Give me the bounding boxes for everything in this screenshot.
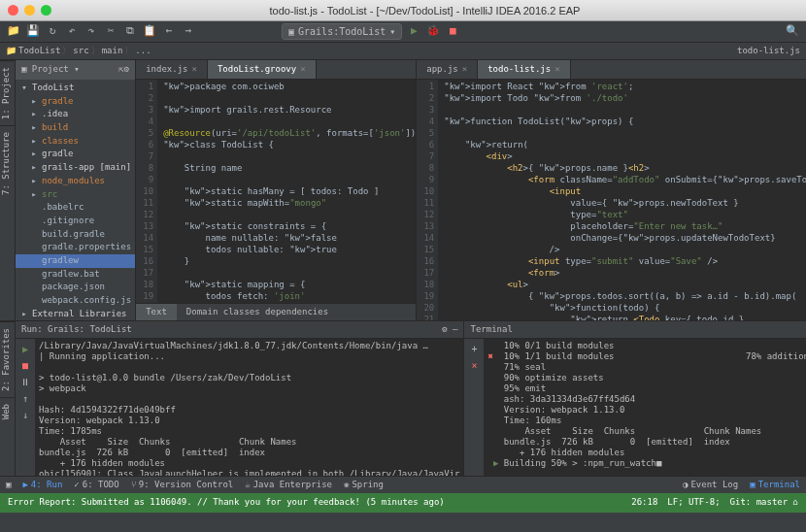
editor-right-tabs: app.js ×todo-list.js ×: [417, 60, 806, 80]
project-sidebar: ▣ Project ▾ ⇱ ⚙ ▾TodoList▸gradle▸.idea▸b…: [16, 60, 136, 320]
eventlog-toolwin[interactable]: ◑ Event Log: [683, 480, 738, 491]
web-tab[interactable]: Web: [0, 397, 15, 425]
open-icon[interactable]: 📁: [6, 24, 21, 40]
toolwin-toggle-icon[interactable]: ▣: [6, 480, 11, 491]
spring-toolwin[interactable]: ❀ Spring: [344, 480, 384, 491]
back-icon[interactable]: ←: [161, 24, 177, 40]
minimize-window-button[interactable]: [24, 5, 35, 16]
tree-item[interactable]: ▸gradle: [16, 95, 135, 109]
tree-item[interactable]: ▾TodoList: [16, 82, 135, 95]
tree-item[interactable]: webpack.config.js: [16, 294, 135, 308]
project-dropdown[interactable]: ▣ Project ▾: [21, 64, 80, 76]
jee-toolwin[interactable]: ☕ Java Enterprise: [245, 480, 332, 491]
run-toolwin[interactable]: ▶ 4: Run: [22, 480, 62, 491]
code-left[interactable]: "kw">package com.ociweb "kw">import grai…: [157, 80, 416, 303]
tree-item[interactable]: ▸grails-app [main]: [16, 161, 135, 175]
status-bar: Error Report: Submitted as 1106049. // T…: [0, 493, 806, 513]
tree-item[interactable]: ▸src: [16, 188, 135, 202]
gutter-right[interactable]: 1234567891011121314151617181920212223242…: [417, 80, 438, 320]
tree-item[interactable]: .babelrc: [16, 201, 135, 215]
tree-item[interactable]: gradlew: [16, 254, 135, 268]
project-tree[interactable]: ▾TodoList▸gradle▸.idea▸build▸classes▸gra…: [16, 80, 135, 322]
terminal-output[interactable]: 10% 0/1 build modules ✖ 10% 1/1 build mo…: [484, 339, 806, 476]
maximize-window-button[interactable]: [41, 5, 51, 16]
terminal-toolwin[interactable]: ▣ Terminal: [750, 480, 800, 491]
undo-icon[interactable]: ↶: [64, 24, 80, 40]
gear-icon[interactable]: ⚙: [124, 64, 129, 76]
run-panel: Run: Grails: TodoList⚙ — ▶ ■ ⏸ ↑ ↓ /Libr…: [16, 321, 464, 476]
tree-item[interactable]: ▸node_modules: [16, 175, 135, 188]
bc-folder-icon: 📁: [6, 46, 17, 57]
tree-item[interactable]: gradlew.bat: [16, 268, 135, 282]
tree-item[interactable]: gradle.properties: [16, 241, 135, 254]
close-tab-icon[interactable]: ×: [462, 64, 467, 76]
debug-icon[interactable]: 🐞: [425, 24, 441, 40]
tree-item[interactable]: ▸gradle: [16, 148, 135, 161]
run-icon[interactable]: ▶: [406, 24, 421, 40]
left-tool-strip: 1: Project 7: Structure: [0, 60, 16, 320]
editor-tab[interactable]: app.js ×: [417, 60, 478, 79]
terminal-header: Terminal: [470, 324, 512, 336]
tree-item[interactable]: ▸External Libraries: [16, 308, 135, 321]
pause-icon[interactable]: ⏸: [18, 375, 32, 388]
add-terminal-icon[interactable]: +: [467, 342, 481, 355]
tree-item[interactable]: .gitignore: [16, 215, 135, 228]
project-tool-tab[interactable]: 1: Project: [0, 60, 15, 125]
gutter-left[interactable]: 123456789101112131415161718192021: [136, 80, 157, 303]
main-toolbar: 📁 💾 ↻ ↶ ↷ ✂ ⧉ 📋 ← → ▣ Grails:TodoList ▾ …: [0, 21, 806, 43]
cut-icon[interactable]: ✂: [103, 24, 118, 40]
window-title: todo-list.js - TodoList - [~/Dev/TodoLis…: [51, 5, 798, 17]
vcs-toolwin[interactable]: ⑂ 9: Version Control: [131, 480, 234, 491]
rerun-icon[interactable]: ▶: [18, 342, 32, 355]
tree-item[interactable]: ▸.idea: [16, 108, 135, 121]
editor-right-pane: app.js ×todo-list.js × 12345678910111213…: [417, 60, 806, 320]
status-message: Error Report: Submitted as 1106049. // T…: [8, 497, 445, 509]
close-terminal-icon[interactable]: ×: [467, 358, 481, 372]
bottom-left-strip: 2: Favorites Web: [0, 321, 16, 476]
window-titlebar: todo-list.js - TodoList - [~/Dev/TodoLis…: [0, 0, 806, 21]
editor-left-tabs: index.js ×TodoList.groovy ×: [136, 60, 416, 80]
sidebar-header: ▣ Project ▾ ⇱ ⚙: [16, 60, 135, 80]
close-window-button[interactable]: [8, 5, 18, 16]
caret-position[interactable]: 26:18: [631, 497, 657, 509]
close-tab-icon[interactable]: ×: [554, 64, 559, 76]
forward-icon[interactable]: →: [181, 24, 196, 40]
paste-icon[interactable]: 📋: [142, 24, 157, 40]
terminal-panel: Terminal⚙ — + × 10% 0/1 build modules ✖ …: [464, 321, 806, 476]
refresh-icon[interactable]: ↻: [45, 24, 60, 40]
text-tab[interactable]: Text: [136, 304, 177, 320]
tree-item[interactable]: ▸build: [16, 121, 135, 135]
tree-item[interactable]: package.json: [16, 281, 135, 294]
domain-deps-tab[interactable]: Domain classes dependencies: [177, 304, 338, 320]
run-header: Run: Grails: TodoList: [21, 324, 132, 336]
up-icon[interactable]: ↑: [18, 391, 32, 405]
save-icon[interactable]: 💾: [25, 24, 41, 40]
tool-window-bar: ▣ ▶ 4: Run ✓ 6: TODO ⑂ 9: Version Contro…: [0, 476, 806, 493]
code-right[interactable]: "kw">import React "kw">from 'react';"kw"…: [438, 80, 806, 320]
run-output[interactable]: /Library/Java/JavaVirtualMachines/jdk1.8…: [35, 339, 463, 476]
encoding[interactable]: LF; UTF-8;: [667, 497, 720, 509]
copy-icon[interactable]: ⧉: [122, 24, 138, 40]
todo-toolwin[interactable]: ✓ 6: TODO: [74, 480, 118, 491]
breadcrumb[interactable]: 📁TodoList〉 src〉 main〉 ... todo-list.js: [0, 43, 806, 60]
structure-tool-tab[interactable]: 7: Structure: [0, 125, 15, 201]
stop-icon[interactable]: ■: [445, 24, 460, 40]
favorites-tab[interactable]: 2: Favorites: [0, 321, 15, 397]
down-icon[interactable]: ↓: [18, 408, 32, 421]
tree-item[interactable]: build.gradle: [16, 228, 135, 242]
close-tab-icon[interactable]: ×: [191, 64, 196, 76]
hide-icon[interactable]: ⚙ —: [442, 324, 457, 336]
tree-item[interactable]: ▸classes: [16, 135, 135, 149]
editor-tab[interactable]: TodoList.groovy ×: [208, 60, 317, 79]
stop-process-icon[interactable]: ■: [18, 358, 32, 372]
redo-icon[interactable]: ↷: [84, 24, 99, 40]
run-config-selector[interactable]: ▣ Grails:TodoList ▾: [282, 23, 402, 40]
editor-tab[interactable]: todo-list.js ×: [478, 60, 570, 79]
git-branch[interactable]: Git: master ⌂: [730, 497, 798, 509]
search-icon[interactable]: 🔍: [785, 24, 800, 40]
editor-tab[interactable]: index.js ×: [136, 60, 208, 79]
editor-left-pane: index.js ×TodoList.groovy × 123456789101…: [136, 60, 417, 320]
close-tab-icon[interactable]: ×: [300, 64, 305, 76]
